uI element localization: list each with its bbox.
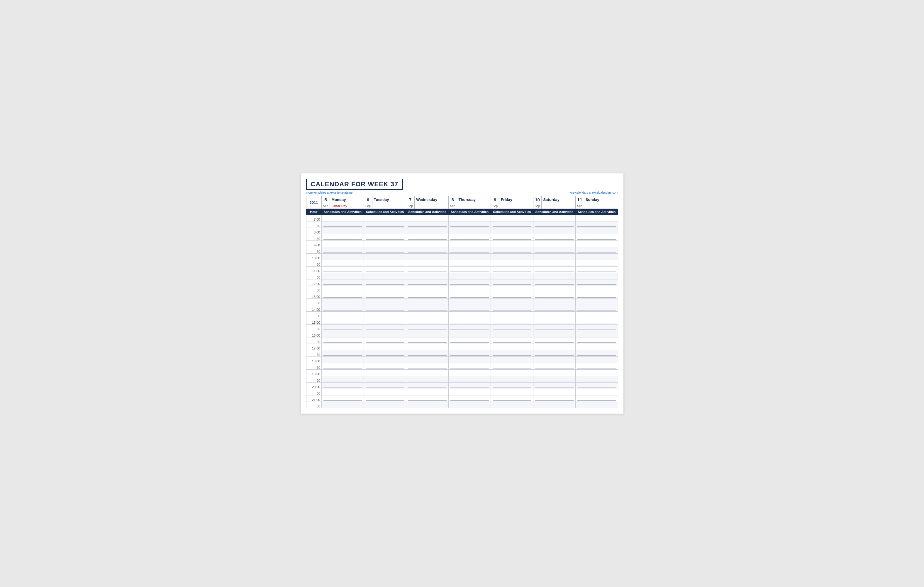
activity-cell-h5-d1[interactable] xyxy=(364,280,406,286)
activity-cell-h4-d6[interactable] xyxy=(576,266,618,273)
activity-cell-h9h-d6[interactable] xyxy=(576,337,618,344)
activity-cell-h12h-d3[interactable] xyxy=(448,376,491,383)
activity-cell-h13-d4[interactable] xyxy=(491,383,533,389)
activity-cell-h7-d4[interactable] xyxy=(491,305,533,312)
activity-cell-h6h-d5[interactable] xyxy=(533,299,575,305)
activity-cell-h5-d0[interactable] xyxy=(322,280,364,286)
activity-cell-h2h-d5[interactable] xyxy=(533,247,575,254)
activity-cell-h6-d4[interactable] xyxy=(491,292,533,299)
activity-cell-h6h-d4[interactable] xyxy=(491,299,533,305)
activity-cell-h8-d1[interactable] xyxy=(364,318,406,324)
activity-cell-h7-d0[interactable] xyxy=(322,305,364,312)
activity-cell-h7h-d6[interactable] xyxy=(576,312,618,318)
activity-cell-h0-d3[interactable] xyxy=(448,215,491,222)
activity-cell-h14h-d1[interactable] xyxy=(364,402,406,408)
activity-cell-h3h-d3[interactable] xyxy=(448,260,491,266)
activity-cell-h12-d5[interactable] xyxy=(533,370,575,376)
activity-cell-h4-d0[interactable] xyxy=(322,266,364,273)
activity-cell-h14-d0[interactable] xyxy=(322,395,364,402)
activity-cell-h2h-d0[interactable] xyxy=(322,247,364,254)
activity-cell-h9-d6[interactable] xyxy=(576,331,618,337)
activity-cell-h11h-d6[interactable] xyxy=(576,363,618,370)
activity-cell-h0-d5[interactable] xyxy=(533,215,575,222)
activity-cell-h8-d3[interactable] xyxy=(448,318,491,324)
activity-cell-h1h-d0[interactable] xyxy=(322,234,364,241)
activity-cell-h3-d2[interactable] xyxy=(406,254,448,260)
activity-cell-h0h-d1[interactable] xyxy=(364,222,406,228)
activity-cell-h13-d2[interactable] xyxy=(406,383,448,389)
activity-cell-h5h-d4[interactable] xyxy=(491,286,533,292)
activity-cell-h9-d0[interactable] xyxy=(322,331,364,337)
activity-cell-h5h-d5[interactable] xyxy=(533,286,575,292)
activity-cell-h12h-d5[interactable] xyxy=(533,376,575,383)
activity-cell-h7-d2[interactable] xyxy=(406,305,448,312)
activity-cell-h8h-d2[interactable] xyxy=(406,324,448,331)
activity-cell-h2-d3[interactable] xyxy=(448,241,491,247)
activity-cell-h5h-d2[interactable] xyxy=(406,286,448,292)
activity-cell-h5-d3[interactable] xyxy=(448,280,491,286)
activity-cell-h7h-d2[interactable] xyxy=(406,312,448,318)
activity-cell-h1-d4[interactable] xyxy=(491,228,533,234)
activity-cell-h9-d1[interactable] xyxy=(364,331,406,337)
activity-cell-h9-d4[interactable] xyxy=(491,331,533,337)
activity-cell-h6-d5[interactable] xyxy=(533,292,575,299)
activity-cell-h9h-d3[interactable] xyxy=(448,337,491,344)
activity-cell-h11h-d2[interactable] xyxy=(406,363,448,370)
activity-cell-h10h-d4[interactable] xyxy=(491,350,533,357)
activity-cell-h10h-d1[interactable] xyxy=(364,350,406,357)
activity-cell-h14-d3[interactable] xyxy=(448,395,491,402)
activity-cell-h8h-d4[interactable] xyxy=(491,324,533,331)
activity-cell-h5h-d0[interactable] xyxy=(322,286,364,292)
activity-cell-h0h-d2[interactable] xyxy=(406,222,448,228)
activity-cell-h3-d0[interactable] xyxy=(322,254,364,260)
activity-cell-h13h-d3[interactable] xyxy=(448,389,491,395)
activity-cell-h2-d4[interactable] xyxy=(491,241,533,247)
activity-cell-h7h-d5[interactable] xyxy=(533,312,575,318)
activity-cell-h1h-d2[interactable] xyxy=(406,234,448,241)
activity-cell-h2h-d3[interactable] xyxy=(448,247,491,254)
activity-cell-h11h-d3[interactable] xyxy=(448,363,491,370)
activity-cell-h4h-d1[interactable] xyxy=(364,273,406,280)
activity-cell-h14-d2[interactable] xyxy=(406,395,448,402)
activity-cell-h12h-d6[interactable] xyxy=(576,376,618,383)
activity-cell-h3-d3[interactable] xyxy=(448,254,491,260)
activity-cell-h9h-d0[interactable] xyxy=(322,337,364,344)
activity-cell-h2h-d6[interactable] xyxy=(576,247,618,254)
activity-cell-h0h-d0[interactable] xyxy=(322,222,364,228)
activity-cell-h3h-d5[interactable] xyxy=(533,260,575,266)
activity-cell-h7-d1[interactable] xyxy=(364,305,406,312)
activity-cell-h5-d2[interactable] xyxy=(406,280,448,286)
activity-cell-h7h-d0[interactable] xyxy=(322,312,364,318)
activity-cell-h1h-d1[interactable] xyxy=(364,234,406,241)
activity-cell-h2-d2[interactable] xyxy=(406,241,448,247)
activity-cell-h8-d6[interactable] xyxy=(576,318,618,324)
activity-cell-h3-d5[interactable] xyxy=(533,254,575,260)
activity-cell-h8h-d1[interactable] xyxy=(364,324,406,331)
activity-cell-h5h-d1[interactable] xyxy=(364,286,406,292)
activity-cell-h2-d1[interactable] xyxy=(364,241,406,247)
activity-cell-h9h-d1[interactable] xyxy=(364,337,406,344)
activity-cell-h14h-d2[interactable] xyxy=(406,402,448,408)
activity-cell-h5-d6[interactable] xyxy=(576,280,618,286)
activity-cell-h1h-d6[interactable] xyxy=(576,234,618,241)
activity-cell-h13-d0[interactable] xyxy=(322,383,364,389)
activity-cell-h1-d2[interactable] xyxy=(406,228,448,234)
activity-cell-h7h-d4[interactable] xyxy=(491,312,533,318)
activity-cell-h0-d1[interactable] xyxy=(364,215,406,222)
activity-cell-h13h-d2[interactable] xyxy=(406,389,448,395)
activity-cell-h7h-d3[interactable] xyxy=(448,312,491,318)
activity-cell-h8h-d5[interactable] xyxy=(533,324,575,331)
activity-cell-h14-d5[interactable] xyxy=(533,395,575,402)
activity-cell-h14h-d5[interactable] xyxy=(533,402,575,408)
activity-cell-h4-d4[interactable] xyxy=(491,266,533,273)
activity-cell-h8h-d0[interactable] xyxy=(322,324,364,331)
activity-cell-h1-d0[interactable] xyxy=(322,228,364,234)
activity-cell-h0h-d3[interactable] xyxy=(448,222,491,228)
activity-cell-h6h-d3[interactable] xyxy=(448,299,491,305)
activity-cell-h3h-d2[interactable] xyxy=(406,260,448,266)
activity-cell-h14h-d4[interactable] xyxy=(491,402,533,408)
activity-cell-h4h-d3[interactable] xyxy=(448,273,491,280)
activity-cell-h6-d0[interactable] xyxy=(322,292,364,299)
activity-cell-h6-d6[interactable] xyxy=(576,292,618,299)
activity-cell-h0-d6[interactable] xyxy=(576,215,618,222)
